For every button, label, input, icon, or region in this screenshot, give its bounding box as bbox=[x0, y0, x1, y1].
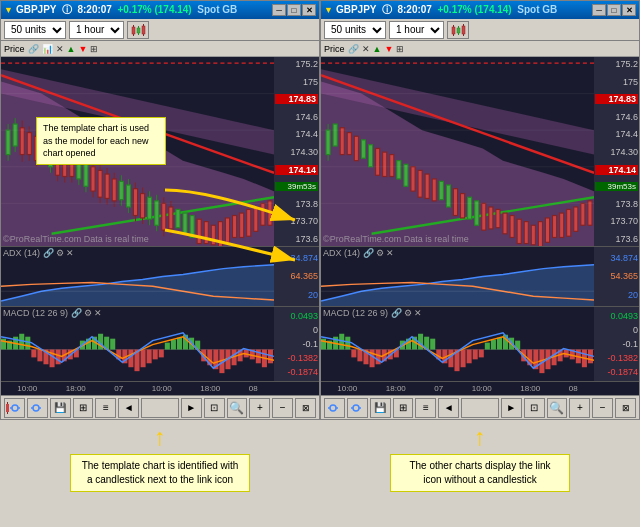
svg-rect-210 bbox=[574, 207, 578, 231]
left-adx-icons: 🔗 ⚙ ✕ bbox=[43, 248, 74, 258]
price-label-text: Price bbox=[4, 44, 25, 54]
left-macd-pin-icon[interactable]: 🔗 bbox=[71, 308, 82, 318]
right-flag-icon: ▼ bbox=[324, 5, 333, 15]
svg-rect-74 bbox=[148, 197, 152, 219]
right-red-arrow[interactable]: ▼ bbox=[384, 44, 393, 54]
left-list2-btn[interactable]: ⊡ bbox=[204, 398, 225, 418]
left-close-btn[interactable]: ✕ bbox=[302, 4, 316, 16]
svg-rect-93 bbox=[225, 218, 229, 242]
right-lock-icon[interactable]: 🔗 bbox=[348, 44, 359, 54]
svg-rect-177 bbox=[340, 128, 344, 155]
left-candle-icon[interactable]: 📊 bbox=[42, 44, 53, 54]
right-price-header: Price 🔗 ✕ ▲ ▼ ⊞ bbox=[321, 41, 639, 57]
right-macd-val2: 0 bbox=[595, 325, 638, 335]
left-table-btn[interactable]: ⊞ bbox=[73, 398, 94, 418]
left-list-btn[interactable]: ≡ bbox=[95, 398, 116, 418]
svg-rect-248 bbox=[491, 340, 496, 350]
right-price-label: Price bbox=[324, 44, 345, 54]
left-watermark: ©ProRealTime.com Data is real time bbox=[3, 234, 149, 244]
svg-rect-98 bbox=[261, 203, 265, 225]
right-list2-btn[interactable]: ⊡ bbox=[524, 398, 545, 418]
right-time-2: 18:00 bbox=[386, 384, 406, 393]
left-chart-title: GBPJPY ⓘ 8:20:07 +0.17% (174.14) Spot GB bbox=[16, 3, 269, 17]
svg-rect-134 bbox=[165, 343, 170, 350]
left-next-btn[interactable]: ► bbox=[181, 398, 202, 418]
left-zoom-reset-btn[interactable]: ⊠ bbox=[295, 398, 316, 418]
right-green-arrow[interactable]: ▲ bbox=[373, 44, 382, 54]
left-adx-header: ADX (14) 🔗 ⚙ ✕ bbox=[3, 248, 74, 258]
price-175: 175 bbox=[275, 77, 318, 87]
svg-rect-62 bbox=[119, 181, 123, 199]
right-close-panel-icon[interactable]: ✕ bbox=[362, 44, 370, 54]
right-zoom-out-btn[interactable]: − bbox=[592, 398, 613, 418]
left-red-arrow[interactable]: ▼ bbox=[78, 44, 87, 54]
svg-rect-17 bbox=[13, 124, 17, 146]
right-macd-close-icon[interactable]: ✕ bbox=[414, 308, 422, 318]
right-units-select[interactable]: 50 units bbox=[324, 21, 386, 39]
left-chart-type-btn[interactable] bbox=[127, 21, 149, 39]
right-chart-type-btn[interactable] bbox=[447, 21, 469, 39]
svg-rect-246 bbox=[479, 350, 484, 358]
left-minimize-btn[interactable]: ─ bbox=[272, 4, 286, 16]
right-expand-icon[interactable]: ⊞ bbox=[396, 44, 404, 54]
left-adx-close-icon[interactable]: ✕ bbox=[66, 248, 74, 258]
right-adx-close-icon[interactable]: ✕ bbox=[386, 248, 394, 258]
right-adx-pin-icon[interactable]: 🔗 bbox=[363, 248, 374, 258]
left-save-btn[interactable]: 💾 bbox=[50, 398, 71, 418]
price-level3: 174.30 bbox=[275, 147, 318, 157]
left-zoom-in-btn[interactable]: + bbox=[249, 398, 270, 418]
left-zoom-out-btn[interactable]: − bbox=[272, 398, 293, 418]
right-prev-btn[interactable]: ◄ bbox=[438, 398, 459, 418]
right-adx-header: ADX (14) 🔗 ⚙ ✕ bbox=[323, 248, 394, 258]
right-link2-btn[interactable] bbox=[347, 398, 368, 418]
right-link-btn[interactable] bbox=[324, 398, 345, 418]
left-lock-icon[interactable]: 🔗 bbox=[28, 44, 39, 54]
left-adx-settings-icon[interactable]: ⚙ bbox=[56, 248, 64, 258]
right-list-btn[interactable]: ≡ bbox=[415, 398, 436, 418]
right-macd-pin-icon[interactable]: 🔗 bbox=[391, 308, 402, 318]
left-maximize-btn[interactable]: □ bbox=[287, 4, 301, 16]
right-zoom-in-btn[interactable]: + bbox=[569, 398, 590, 418]
left-search-btn[interactable]: 🔍 bbox=[227, 398, 248, 418]
price-high: 175.2 bbox=[275, 59, 318, 69]
right-search-btn[interactable]: 🔍 bbox=[547, 398, 568, 418]
right-macd-val5: -0.1874 bbox=[595, 367, 638, 377]
svg-rect-193 bbox=[453, 189, 457, 216]
svg-rect-179 bbox=[354, 136, 358, 160]
right-next-btn[interactable]: ► bbox=[501, 398, 522, 418]
left-units-select[interactable]: 50 units bbox=[4, 21, 66, 39]
svg-rect-203 bbox=[524, 222, 528, 244]
left-prev-btn[interactable]: ◄ bbox=[118, 398, 139, 418]
right-adx-settings-icon[interactable]: ⚙ bbox=[376, 248, 384, 258]
right-timeframe-select[interactable]: 1 hour bbox=[389, 21, 444, 39]
left-link-candle-btn[interactable] bbox=[4, 398, 25, 418]
svg-rect-80 bbox=[162, 203, 166, 230]
right-macd-settings-icon[interactable]: ⚙ bbox=[404, 308, 412, 318]
left-close-panel-icon[interactable]: ✕ bbox=[56, 44, 64, 54]
left-time-5: 18:00 bbox=[200, 384, 220, 393]
right-adx-label: ADX (14) bbox=[323, 248, 360, 258]
right-table-btn[interactable]: ⊞ bbox=[393, 398, 414, 418]
right-adx-val2: 54.365 bbox=[595, 271, 638, 281]
left-link-btn[interactable] bbox=[27, 398, 48, 418]
svg-rect-187 bbox=[411, 167, 415, 191]
right-zoom-reset-btn[interactable]: ⊠ bbox=[615, 398, 636, 418]
left-green-arrow[interactable]: ▲ bbox=[67, 44, 76, 54]
right-price-175: 175 bbox=[595, 77, 638, 87]
left-macd-close-icon[interactable]: ✕ bbox=[94, 308, 102, 318]
left-time-labels: 10:00 18:00 07 10:00 18:00 08 bbox=[3, 384, 317, 393]
right-save-btn[interactable]: 💾 bbox=[370, 398, 391, 418]
left-macd-settings-icon[interactable]: ⚙ bbox=[84, 308, 92, 318]
right-scroll-area bbox=[461, 398, 499, 418]
right-minimize-btn[interactable]: ─ bbox=[592, 4, 606, 16]
right-price-chart: 175.2 175 174.83 174.6 174.4 174.30 174.… bbox=[321, 57, 639, 246]
right-maximize-btn[interactable]: □ bbox=[607, 4, 621, 16]
left-change: +0.17% (174.14) bbox=[117, 4, 191, 15]
left-timeframe-select[interactable]: 1 hour bbox=[69, 21, 124, 39]
left-expand-icon[interactable]: ⊞ bbox=[90, 44, 98, 54]
left-annotation-content: The template chart is identified with a … bbox=[82, 460, 239, 485]
right-close-btn[interactable]: ✕ bbox=[622, 4, 636, 16]
svg-rect-88 bbox=[190, 216, 194, 238]
left-adx-pin-icon[interactable]: 🔗 bbox=[43, 248, 54, 258]
right-price-axis: 175.2 175 174.83 174.6 174.4 174.30 174.… bbox=[594, 57, 639, 246]
